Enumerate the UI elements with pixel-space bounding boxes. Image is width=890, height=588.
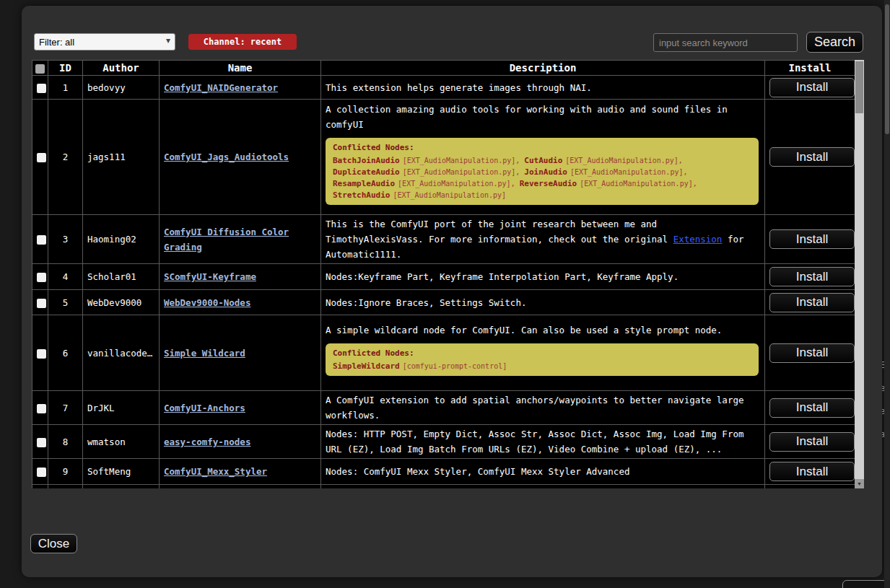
conflict-list: SimpleWildcard[comfyui-prompt-control] [333,360,751,372]
conflict-node-source: [EXT_AudioManipulation.py], [570,168,688,176]
conflict-warning-box: Conflicted Nodes: SimpleWildcard[comfyui… [326,343,759,376]
row-checkbox[interactable] [37,299,46,308]
table-row: 8 wmatson easy-comfy-nodes Nodes: HTTP P… [32,425,855,459]
column-header-install: Install [765,61,855,76]
extension-inline-link[interactable]: Extension [673,234,723,245]
extension-name-link[interactable]: ComfyUI-Anchors [164,403,245,413]
page-scrollbar[interactable] [884,0,890,588]
row-description: A ComfyUI extension to add spatial ancho… [321,391,765,425]
row-id: 6 [48,315,83,391]
channel-badge[interactable]: Channel: recent [188,34,297,50]
partial-button-fragment[interactable] [842,580,887,588]
row-id: 9 [48,459,83,485]
row-checkbox[interactable] [37,84,46,93]
conflict-node-name: BatchJoinAudio [333,156,400,165]
row-checkbox[interactable] [37,235,46,245]
row-author: vanillacode… [83,315,160,391]
conflict-node-name: CutAudio [524,156,562,165]
row-description: Nodes: HTTP POST, Empty Dict, Assoc Str,… [321,425,765,459]
table-row: 5 WebDev9000 WebDev9000-Nodes Nodes:Igno… [32,290,855,315]
row-author: zcfrank1st [83,485,160,489]
conflict-node-name: JoinAudio [524,167,567,177]
install-button[interactable]: Install [769,293,855,312]
column-header-description: Description [321,61,765,76]
extension-name-link[interactable]: ComfyUI Diffusion Color Grading [164,227,289,253]
row-checkbox[interactable] [37,468,46,477]
conflict-node-source: [EXT_AudioManipulation.py], [580,180,697,188]
table-row: 3 Haoming02 ComfyUI Diffusion Color Grad… [32,215,855,264]
search-input[interactable] [653,33,798,52]
install-button[interactable]: Install [769,432,855,452]
row-id: 10 [48,485,83,489]
extension-name-link[interactable]: ComfyUI_Mexx_Styler [164,466,267,477]
extension-name-link[interactable]: ComfyUI_NAIDGenerator [164,82,278,93]
table-scrollbar-thumb[interactable] [855,61,863,113]
row-checkbox[interactable] [37,404,46,413]
install-button[interactable]: Install [769,267,855,286]
row-author: DrJKL [83,391,160,425]
conflict-node-source: [comfyui-prompt-control] [403,362,507,370]
search-button[interactable]: Search [806,32,863,53]
conflict-node-source: [EXT_AudioManipulation.py], [403,157,525,164]
row-id: 3 [48,215,83,264]
row-id: 8 [48,425,83,459]
extension-name-link[interactable]: ComfyUI_Jags_Audiotools [164,152,289,162]
conflict-node-name: DuplicateAudio [333,167,400,177]
row-author: bedovyy [83,76,160,100]
conflict-node-source: [EXT_AudioManipulation.py], [565,157,683,164]
column-header-id: ID [48,61,83,76]
close-button[interactable]: Close [30,534,77,553]
row-checkbox[interactable] [37,438,46,447]
table-header-row: ID Author Name Description Install [32,61,855,76]
install-button[interactable]: Install [769,462,855,481]
install-button[interactable]: Install [769,78,855,97]
extension-name-link[interactable]: easy-comfy-nodes [164,436,250,447]
select-all-header [32,61,48,76]
row-description: A collection amazing audio tools for wor… [326,102,760,132]
conflict-title: Conflicted Nodes: [333,348,751,359]
custom-node-manager-dialog: Filter: all Channel: recent Search ID Au… [22,6,882,577]
row-checkbox[interactable] [37,273,46,282]
row-checkbox[interactable] [37,349,46,359]
extension-name-link[interactable]: SComfyUI-Keyframe [164,271,256,282]
row-description: Nodes:Ignore Braces, Settings Switch. [321,290,765,315]
row-description: A simple wildcard node for ComfyUI. Can … [326,322,760,338]
install-button[interactable]: Install [769,343,855,363]
select-all-checkbox[interactable] [35,64,45,74]
install-button[interactable]: Install [769,398,855,418]
filter-select-wrap: Filter: all [34,33,175,51]
conflict-node-name: StretchAudio [333,190,390,200]
row-id: 2 [48,100,83,215]
extension-name-link[interactable]: WebDev9000-Nodes [164,297,250,308]
row-id: 7 [48,391,83,425]
row-author: SoftMeng [83,459,160,485]
install-button[interactable]: Install [769,147,855,167]
conflict-node-name: SimpleWildcard [333,361,400,371]
conflict-node-source: [EXT_AudioManipulation.py], [403,168,525,176]
custom-nodes-table: ID Author Name Description Install 1 bed… [32,60,855,488]
row-checkbox[interactable] [37,153,46,162]
row-author: Scholar01 [83,264,160,290]
row-id: 4 [48,264,83,290]
table-scrollbar[interactable]: ▼ [855,60,864,488]
scrollbar-down-arrow-icon[interactable]: ▼ [855,479,864,488]
table-row: 4 Scholar01 SComfyUI-Keyframe Nodes:Keyf… [32,264,855,290]
filter-select[interactable]: Filter: all [34,33,175,51]
conflict-node-source: [EXT_AudioManipulation.py], [398,180,520,188]
install-button[interactable]: Install [769,488,855,489]
table-row: 10 zcfrank1st ComfyUI Yolov8 Nodes: Yolo… [32,485,855,489]
row-id: 1 [48,76,83,100]
conflict-title: Conflicted Nodes: [333,142,751,153]
page-scrollbar-thumb[interactable] [885,4,889,134]
install-button[interactable]: Install [769,229,855,249]
extension-name-link[interactable]: Simple Wildcard [164,348,245,359]
table-row: 9 SoftMeng ComfyUI_Mexx_Styler Nodes: Co… [32,459,855,485]
conflict-node-name: ReverseAudio [520,179,577,188]
conflict-list: BatchJoinAudio[EXT_AudioManipulation.py]… [333,154,751,201]
table-row: 7 DrJKL ComfyUI-Anchors A ComfyUI extens… [32,391,855,425]
conflict-node-name: ResampleAudio [333,179,395,188]
row-description: Nodes: ComfyUI Mexx Styler, ComfyUI Mexx… [321,459,765,485]
table-row: 6 vanillacode… Simple Wildcard A simple … [32,315,855,391]
row-id: 5 [48,290,83,315]
table-row: 2 jags111 ComfyUI_Jags_Audiotools A coll… [32,100,855,215]
